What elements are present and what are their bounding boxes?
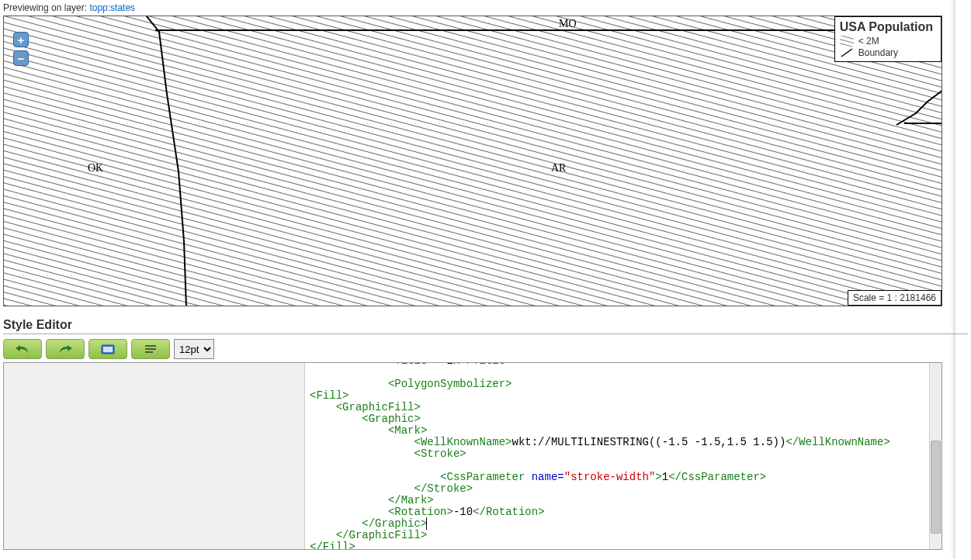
editor-toolbar: 12pt (3, 339, 968, 359)
svg-rect-6 (103, 347, 113, 352)
style-editor-title: Style Editor (3, 318, 968, 332)
preview-layer-link[interactable]: topp:states (89, 2, 135, 13)
font-size-select[interactable]: 12pt (174, 339, 214, 359)
vertical-scrollbar[interactable] (929, 363, 942, 549)
undo-button[interactable] (3, 339, 42, 359)
state-label-ar: AR (551, 162, 567, 174)
format-button[interactable] (131, 339, 170, 359)
code-editor[interactable]: 14 15 16 17 18 19 20 21 22 23 24 25 26 2… (3, 362, 942, 550)
svg-line-4 (841, 49, 852, 57)
preview-header: Previewing on layer: topp:states (0, 0, 971, 16)
map-legend: USA Population < 2M Boundary (834, 16, 942, 62)
undo-icon (14, 343, 31, 355)
goto-line-button[interactable] (88, 339, 127, 359)
svg-rect-1 (4, 16, 942, 306)
goto-icon (99, 343, 116, 355)
legend-label-1: < 2M (858, 36, 879, 47)
legend-item-1: < 2M (840, 36, 933, 47)
redo-button[interactable] (46, 339, 85, 359)
zoom-controls: + − (13, 32, 29, 66)
preview-label: Previewing on layer: (3, 2, 89, 13)
state-label-mo: MO (559, 18, 577, 29)
state-label-ok: OK (88, 162, 103, 174)
legend-label-2: Boundary (858, 47, 898, 58)
editor-divider (3, 334, 968, 334)
legend-swatch-hatch (840, 36, 854, 47)
map-preview[interactable]: OK AR MO + − USA Population < 2M Boundar… (3, 16, 942, 306)
code-content[interactable]: <Title>< 2M</Title> <PolygonSymbolizer><… (305, 362, 942, 549)
legend-item-2: Boundary (840, 47, 933, 58)
map-svg: OK AR MO (4, 16, 942, 306)
line-gutter: 14 15 16 17 18 19 20 21 22 23 24 25 26 2… (4, 362, 305, 549)
svg-rect-3 (840, 36, 854, 47)
legend-title: USA Population (840, 20, 933, 34)
zoom-in-button[interactable]: + (13, 32, 29, 47)
zoom-out-button[interactable]: − (13, 50, 29, 66)
redo-icon (57, 343, 74, 355)
map-scale: Scale = 1 : 2181466 (848, 290, 942, 306)
map-container: OK AR MO + − USA Population < 2M Boundar… (3, 16, 968, 306)
legend-swatch-line (840, 47, 854, 58)
scrollbar-thumb[interactable] (931, 441, 941, 534)
format-icon (142, 343, 159, 355)
